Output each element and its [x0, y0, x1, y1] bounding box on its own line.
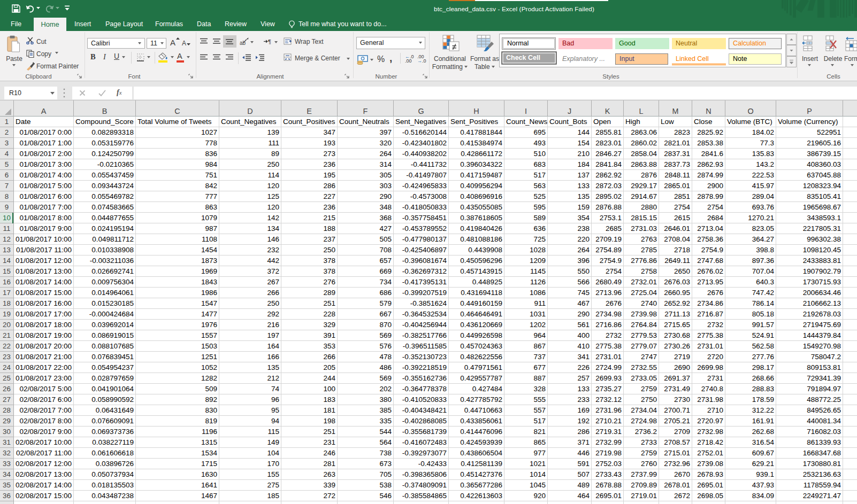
svg-text:¶: ¶ [268, 38, 271, 45]
